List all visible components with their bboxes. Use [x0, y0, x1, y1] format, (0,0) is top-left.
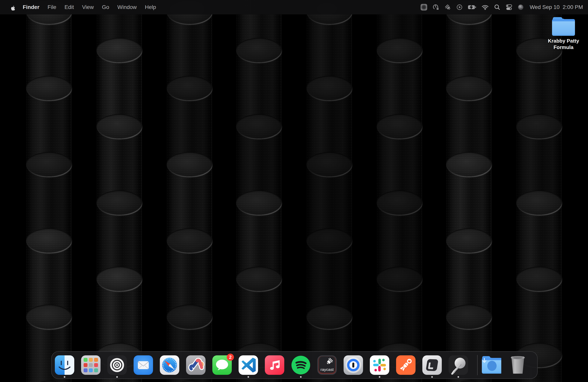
slack-icon: [370, 355, 389, 375]
running-indicator: [431, 376, 433, 378]
dock-a-logo-app[interactable]: [186, 355, 206, 375]
running-indicator: [458, 376, 459, 378]
dock-postman[interactable]: [396, 355, 416, 375]
orb-icon[interactable]: [518, 4, 524, 10]
dock-slack[interactable]: [370, 355, 389, 375]
starburst-app-icon[interactable]: [420, 4, 427, 11]
wallpaper-column: [306, 0, 352, 382]
dock-launchpad[interactable]: [81, 355, 101, 375]
dock-mail[interactable]: [134, 355, 153, 375]
dock: 2: [51, 351, 538, 379]
spotlight-search-icon[interactable]: [494, 4, 501, 11]
dock-finder[interactable]: [55, 355, 74, 375]
concentric-circles-icon: [107, 355, 127, 375]
safari-icon: [160, 355, 179, 375]
wallpaper: [0, 0, 588, 382]
dock-spotify[interactable]: [291, 355, 311, 375]
menu-bar-left: Finder File Edit View Go Window Help: [0, 0, 160, 14]
wallpaper-column: [516, 0, 562, 382]
apple-menu[interactable]: [7, 4, 19, 11]
dock-downloads[interactable]: [482, 355, 501, 375]
dock-l-tile-app[interactable]: [422, 355, 442, 375]
finder-icon: [55, 355, 74, 375]
wifi-icon[interactable]: [482, 4, 489, 10]
mail-icon: [134, 355, 153, 375]
wallpaper-column: [236, 0, 282, 382]
wallpaper-column: [26, 0, 72, 382]
raycast-icon: raycast: [317, 355, 337, 375]
notification-badge: 2: [227, 354, 234, 361]
menu-help[interactable]: Help: [141, 0, 160, 14]
running-indicator: [116, 376, 118, 378]
dock-concentric-circles-app[interactable]: [107, 355, 127, 375]
running-indicator: [64, 376, 65, 378]
power-lock-icon[interactable]: [432, 4, 440, 11]
dock-raycast[interactable]: raycast: [317, 355, 337, 375]
desktop-folder-krabby-patty-formula[interactable]: Krabby Patty Formula: [545, 17, 583, 50]
dock-vscode[interactable]: [239, 355, 258, 375]
vscode-icon: [239, 355, 258, 375]
running-indicator: [379, 376, 380, 378]
menu-bar: Finder File Edit View Go Window Help: [0, 0, 588, 14]
dock-safari[interactable]: [160, 355, 179, 375]
onepassword-icon: [344, 355, 363, 375]
menubar-date: Wed Sep 10: [530, 4, 560, 10]
a-logo-icon: [186, 355, 206, 375]
spotify-icon: [291, 355, 311, 375]
postman-icon: [396, 355, 416, 375]
menu-window[interactable]: Window: [113, 0, 141, 14]
menu-app-name[interactable]: Finder: [19, 0, 43, 14]
dock-1password[interactable]: [344, 355, 363, 375]
dock-shottr[interactable]: [449, 355, 468, 375]
menu-view[interactable]: View: [78, 0, 98, 14]
wallpaper-column: [446, 0, 492, 382]
downloads-folder-icon: [482, 355, 501, 375]
raycast-label: raycast: [318, 367, 336, 372]
wallpaper-column: [377, 0, 422, 382]
apple-logo-icon: [9, 4, 15, 11]
menubar-clock[interactable]: Wed Sep 10 2:00 PM: [530, 4, 583, 10]
folder-icon: [552, 17, 575, 36]
dock-trash[interactable]: [508, 355, 527, 375]
l-tile-icon: [422, 355, 442, 375]
running-indicator: [300, 376, 302, 378]
menubar-time: 2:00 PM: [563, 4, 583, 10]
trash-icon: [508, 355, 527, 375]
striped-flag-icon[interactable]: [444, 4, 451, 11]
launchpad-icon: [81, 355, 101, 375]
dock-music[interactable]: [265, 355, 284, 375]
menu-go[interactable]: Go: [98, 0, 113, 14]
now-playing-icon[interactable]: [456, 4, 463, 11]
menu-edit[interactable]: Edit: [61, 0, 78, 14]
menu-bar-status: Wed Sep 10 2:00 PM: [415, 4, 588, 11]
dock-messages[interactable]: 2: [212, 355, 232, 375]
shottr-icon: [449, 355, 468, 375]
control-center-icon[interactable]: [505, 4, 513, 11]
menu-file[interactable]: File: [43, 0, 61, 14]
battery-charging-icon[interactable]: [468, 4, 476, 10]
apple-music-icon: [265, 355, 284, 375]
desktop: Finder File Edit View Go Window Help: [0, 0, 588, 382]
running-indicator: [248, 376, 249, 378]
desktop-folder-label: Krabby Patty Formula: [545, 38, 583, 50]
wallpaper-column: [167, 0, 212, 382]
wallpaper-column: [96, 0, 142, 382]
dock-divider: [477, 355, 478, 375]
